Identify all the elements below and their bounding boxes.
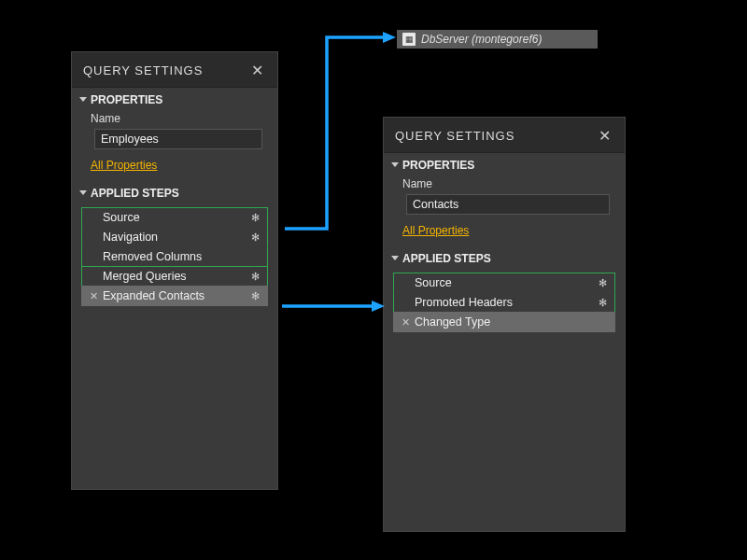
- gear-icon[interactable]: ✻: [599, 297, 607, 309]
- name-input[interactable]: [406, 194, 610, 215]
- step-label: Source: [103, 211, 140, 224]
- step-label: Navigation: [103, 231, 158, 244]
- name-label: Name: [72, 110, 277, 127]
- applied-step[interactable]: Source✻: [393, 273, 615, 293]
- applied-step[interactable]: Source✻: [81, 207, 268, 228]
- panel-body: PROPERTIES Name All Properties APPLIED S…: [384, 152, 625, 531]
- applied-step[interactable]: Removed Columns: [81, 246, 268, 267]
- gear-icon[interactable]: ✻: [251, 290, 260, 302]
- applied-steps-section-header[interactable]: APPLIED STEPS: [72, 181, 277, 203]
- delete-step-icon[interactable]: ✕: [88, 290, 99, 302]
- query-settings-panel-left: QUERY SETTINGS ✕ PROPERTIES Name All Pro…: [71, 51, 278, 490]
- step-label: Promoted Headers: [415, 296, 513, 309]
- name-label: Name: [384, 175, 625, 192]
- gear-icon[interactable]: ✻: [599, 277, 607, 289]
- gear-icon[interactable]: ✻: [251, 231, 260, 244]
- close-icon[interactable]: ✕: [597, 127, 613, 145]
- caret-down-icon: [79, 97, 87, 102]
- step-label: Expanded Contacts: [103, 289, 204, 302]
- caret-down-icon: [391, 256, 399, 260]
- database-icon: ▦: [402, 33, 416, 46]
- properties-header-label: PROPERTIES: [91, 93, 162, 106]
- panel-title-bar: QUERY SETTINGS ✕: [72, 52, 277, 87]
- gear-icon[interactable]: ✻: [251, 271, 260, 283]
- applied-steps-list: Source✻Navigation✻Removed ColumnsMerged …: [81, 207, 268, 482]
- panel-title: QUERY SETTINGS: [83, 63, 203, 77]
- step-label: Merged Queries: [103, 270, 187, 283]
- gear-icon[interactable]: ✻: [251, 212, 260, 224]
- query-settings-panel-right: QUERY SETTINGS ✕ PROPERTIES Name All Pro…: [383, 117, 626, 532]
- applied-steps-section-header[interactable]: APPLIED STEPS: [384, 246, 625, 269]
- db-server-label: DbServer (montegoref6): [421, 33, 542, 46]
- step-label: Removed Columns: [103, 250, 202, 263]
- caret-down-icon: [79, 190, 87, 195]
- panel-body: PROPERTIES Name All Properties APPLIED S…: [72, 87, 277, 489]
- delete-step-icon[interactable]: ✕: [400, 316, 411, 329]
- db-server-chip[interactable]: ▦ DbServer (montegoref6): [397, 30, 598, 49]
- name-input[interactable]: [94, 129, 262, 149]
- svg-marker-0: [383, 32, 396, 43]
- applied-steps-header-label: APPLIED STEPS: [402, 252, 491, 265]
- applied-steps-list: Source✻Promoted Headers✻✕Changed Type: [393, 273, 615, 524]
- all-properties-link[interactable]: All Properties: [72, 153, 277, 181]
- svg-marker-1: [372, 301, 385, 312]
- all-properties-link[interactable]: All Properties: [384, 218, 625, 246]
- properties-header-label: PROPERTIES: [402, 159, 474, 172]
- properties-section-header[interactable]: PROPERTIES: [384, 153, 625, 175]
- step-label: Source: [415, 276, 452, 289]
- applied-step[interactable]: Merged Queries✻: [81, 266, 268, 287]
- arrow-to-dbserver: [280, 19, 402, 233]
- panel-title-bar: QUERY SETTINGS ✕: [384, 118, 625, 152]
- applied-step[interactable]: ✕Expanded Contacts✻: [81, 286, 268, 306]
- applied-step[interactable]: Navigation✻: [81, 227, 268, 247]
- applied-step[interactable]: Promoted Headers✻: [393, 292, 615, 313]
- applied-step[interactable]: ✕Changed Type: [393, 312, 615, 332]
- step-label: Changed Type: [415, 315, 490, 329]
- properties-section-header[interactable]: PROPERTIES: [72, 88, 277, 110]
- close-icon[interactable]: ✕: [249, 62, 266, 79]
- applied-steps-header-label: APPLIED STEPS: [91, 187, 179, 200]
- arrow-to-contacts: [280, 297, 388, 315]
- panel-title: QUERY SETTINGS: [395, 129, 514, 143]
